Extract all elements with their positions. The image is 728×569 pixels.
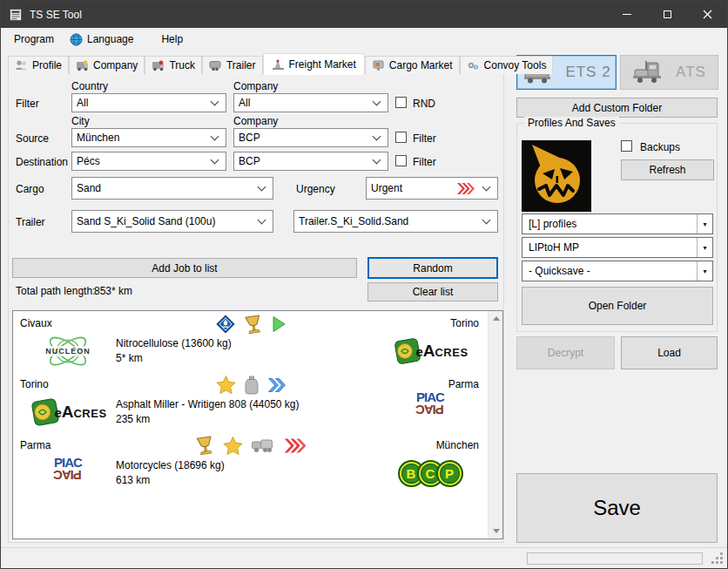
job-row[interactable]: Parma München PIAC PIAC [13,433,488,494]
truck-icon [251,438,275,453]
maximize-button[interactable] [647,1,687,28]
filter-company-value: All [239,97,250,109]
tab-convoy-tools-label: Convoy Tools [484,59,547,71]
open-folder-button[interactable]: Open Folder [522,287,713,325]
trailer-definition-dropdown[interactable]: Trailer.S_Ki_Solid.Sand [293,210,498,233]
profile-name-dropdown[interactable]: LIPtoH MP ▾ [522,237,713,258]
eacres-a: A [62,403,74,421]
urgency-value: Urgent [371,182,402,194]
job-to-logo: PIAC PIAC [378,383,482,424]
company-column-label: Company [233,80,278,92]
filter-row-label: Filter [16,98,39,110]
add-custom-folder-button[interactable]: Add Custom Folder [516,98,718,118]
ats-button[interactable]: ATS [620,55,718,90]
job-icons [215,375,286,395]
profiles-dropdown-value: [L] profiles [529,218,576,230]
scroll-down-icon[interactable] [489,524,503,539]
refresh-button[interactable]: Refresh [621,159,714,180]
dropdown-arrow-icon: ▾ [697,214,712,234]
total-path-value: 853* km [94,285,132,297]
destination-filter-checkbox[interactable] [395,155,407,166]
source-row-label: Source [16,132,49,145]
backups-checkbox[interactable] [621,140,632,152]
source-filter-label: Filter [413,132,436,145]
menu-language[interactable]: Language [62,30,141,50]
chevron-down-icon [482,183,491,192]
job-distance: 613 km [116,474,150,486]
job-cargo-text: Nitrocellulose (13600 kg) [116,337,232,349]
resize-grip-icon[interactable] [711,552,723,564]
source-city-dropdown[interactable]: München [71,128,226,147]
urgency-dropdown[interactable]: Urgent [366,177,498,200]
cargo-market-tab-icon [372,59,385,71]
tab-truck[interactable]: Truck [145,56,202,74]
job-from-logo: eACRES [18,392,118,432]
eacres-rest: CRES [73,407,106,420]
save-slot-dropdown[interactable]: - Quicksave - ▾ [522,261,713,281]
tab-convoy-tools[interactable]: Convoy Tools [460,56,554,74]
save-button[interactable]: Save [516,473,718,543]
tabstrip: Profile Company Truck Trailer Freight Ma… [8,51,553,74]
trophy-icon [194,435,216,457]
eacres-e: e [415,344,422,359]
urgent-icon [456,182,475,195]
status-bar [1,547,727,568]
tab-freight-market-label: Freight Market [289,58,356,71]
profiles-dropdown[interactable]: [L] profiles ▾ [522,213,713,234]
piac-logo-text-mirrored: PIAC [54,469,82,481]
filter-country-dropdown[interactable]: All [71,93,226,112]
eacres-e: e [54,405,61,420]
menu-program-label: Program [14,33,54,45]
chevron-down-icon [211,156,219,165]
chevron-down-icon [373,156,381,165]
menubar: Program Language Help [1,28,727,51]
destination-row-label: Destination [16,156,68,168]
tab-cargo-market[interactable]: Cargo Market [365,56,460,74]
rnd-checkbox[interactable] [395,97,407,108]
profile-avatar [522,140,591,212]
chevron-down-icon [211,132,219,141]
destination-company-dropdown[interactable]: BCP [233,152,388,171]
nucleon-logo-text: NUCLÉON [44,346,92,356]
minimize-button[interactable] [607,1,647,28]
destination-city-dropdown[interactable]: Pécs [71,152,226,171]
cargo-dropdown[interactable]: Sand [71,177,273,200]
menu-language-label: Language [87,33,133,45]
triangle-up [493,316,500,321]
job-to-logo: eACRES [378,330,482,372]
piac-logo-text: PIAC [54,457,82,469]
menu-program[interactable]: Program [6,30,62,49]
window-controls [607,1,727,28]
tab-trailer[interactable]: Trailer [202,56,263,74]
progress-bar [527,552,703,565]
load-button[interactable]: Load [621,336,718,369]
decrypt-button[interactable]: Decrypt [516,336,615,369]
company-column-label: Company [233,115,278,127]
source-filter-checkbox[interactable] [395,132,407,143]
scroll-up-icon[interactable] [489,311,503,326]
load-button-label: Load [657,347,681,359]
tab-freight-market[interactable]: Freight Market [263,53,365,75]
rnd-checkbox-label: RND [413,98,435,110]
source-company-dropdown[interactable]: BCP [233,128,388,147]
tab-company[interactable]: Company [69,56,145,74]
nucleon-logo: NUCLÉON [23,332,113,370]
eacres-logo-text: eACRES [54,403,106,422]
trailer-dropdown[interactable]: Sand S_Ki_Solid Sand (100u) [71,210,273,233]
filter-company-dropdown[interactable]: All [233,93,388,112]
random-button[interactable]: Random [367,257,498,279]
job-row[interactable]: Torino Parma eACRES Asphalt M [13,372,488,433]
add-job-button-label: Add Job to list [152,262,217,274]
add-job-button[interactable]: Add Job to list [12,258,357,278]
job-distance: 235 km [116,413,150,425]
job-list-scrollbar[interactable] [488,311,502,539]
close-button[interactable] [687,1,727,28]
tab-profile[interactable]: Profile [8,56,69,74]
app-icon [9,8,23,22]
job-row[interactable]: Civaux Torino NUCLÉON Nitroce [13,311,488,372]
menu-help[interactable]: Help [153,30,191,49]
urgency-label: Urgency [296,183,335,195]
tab-truck-label: Truck [169,59,195,71]
clear-list-button[interactable]: Clear list [367,282,498,301]
tab-trailer-label: Trailer [226,59,256,71]
